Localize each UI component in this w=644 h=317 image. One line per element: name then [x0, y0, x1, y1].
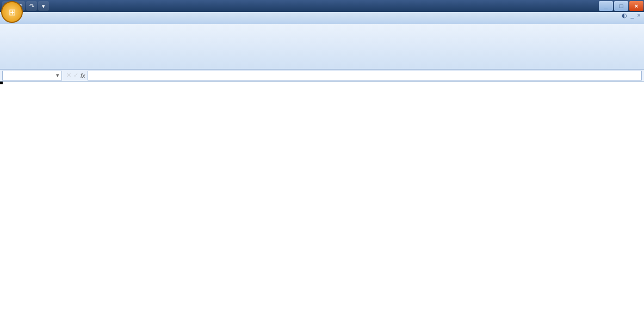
- fx-icon[interactable]: fx: [81, 72, 85, 79]
- minimize-button[interactable]: _: [599, 1, 613, 11]
- formula-input[interactable]: [88, 71, 642, 80]
- name-box[interactable]: ▾: [2, 71, 62, 80]
- ribbon-close-icon[interactable]: ×: [637, 12, 641, 24]
- ribbon: [0, 24, 644, 70]
- help-icon[interactable]: ◐: [622, 12, 627, 24]
- spreadsheet-grid[interactable]: [0, 82, 644, 317]
- formula-bar: ▾ ✕ ✓ fx: [0, 70, 644, 82]
- selection-box: [0, 82, 2, 84]
- ribbon-tabs: ◐ _ ×: [0, 12, 644, 24]
- accept-formula-icon[interactable]: ✓: [73, 72, 78, 79]
- chevron-down-icon[interactable]: ▾: [56, 72, 59, 79]
- maximize-button[interactable]: □: [614, 1, 628, 11]
- close-button[interactable]: ×: [629, 1, 643, 11]
- qa-more-icon[interactable]: ▾: [38, 1, 49, 11]
- ribbon-minimize-icon[interactable]: _: [630, 12, 634, 24]
- office-button[interactable]: ⊞: [1, 1, 23, 23]
- title-bar: 💾 ↶ ↷ ▾ _ □ ×: [0, 0, 644, 12]
- qa-redo-icon[interactable]: ↷: [26, 1, 37, 11]
- cancel-formula-icon[interactable]: ✕: [66, 72, 71, 79]
